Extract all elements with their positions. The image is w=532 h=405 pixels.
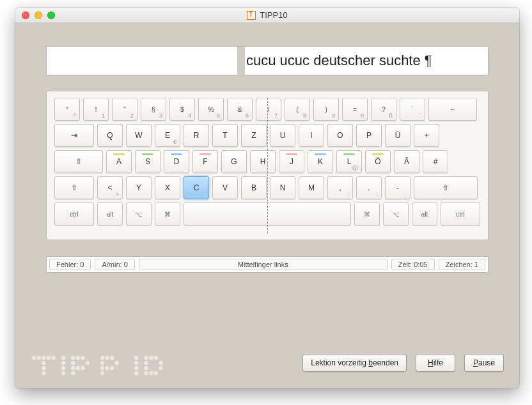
app-logo: ●●●●● ● ●●● ●●● ● ●●● ● ● ● ● ● ● ● ● ● … bbox=[32, 355, 164, 376]
key-←[interactable]: ← bbox=[428, 98, 477, 121]
key-)[interactable]: )9 bbox=[313, 98, 339, 121]
end-lesson-button[interactable]: Lektion vorzeitig beenden bbox=[302, 354, 407, 372]
key-Ü[interactable]: Ü bbox=[385, 124, 411, 147]
window-title: TIPP10 bbox=[260, 10, 287, 20]
key-B[interactable]: B bbox=[241, 176, 267, 199]
key-&[interactable]: &6 bbox=[227, 98, 253, 121]
key-G[interactable]: G bbox=[221, 150, 247, 173]
key-=[interactable]: =0 bbox=[342, 98, 368, 121]
key-P[interactable]: P bbox=[356, 124, 382, 147]
key-C[interactable]: C bbox=[184, 176, 209, 199]
key-⌘[interactable]: ⌘ bbox=[354, 202, 380, 225]
key-ctrl[interactable]: ctrl bbox=[54, 202, 94, 225]
key-Q[interactable]: Q bbox=[97, 124, 123, 147]
key-Y[interactable]: Y bbox=[126, 176, 152, 199]
key-S[interactable]: S bbox=[135, 150, 160, 173]
key-.[interactable]: .: bbox=[356, 176, 382, 199]
status-hint: Mittelfinger links bbox=[139, 259, 387, 270]
key-X[interactable]: X bbox=[155, 176, 180, 199]
close-icon[interactable] bbox=[22, 11, 29, 19]
key-M[interactable]: M bbox=[299, 176, 324, 199]
key-alt[interactable]: alt bbox=[412, 202, 437, 225]
key-<[interactable]: <> bbox=[97, 176, 123, 199]
pause-label: Pause bbox=[473, 358, 495, 367]
key-![interactable]: !1 bbox=[83, 98, 109, 121]
app-window: TIPP10 cucu ucuc deutscher suchte ¶ °^!1… bbox=[15, 8, 519, 388]
key--[interactable]: -_ bbox=[385, 176, 411, 199]
key-$[interactable]: $4 bbox=[169, 98, 195, 121]
key-D[interactable]: D bbox=[164, 150, 189, 173]
key-?[interactable]: ?ß bbox=[371, 98, 396, 121]
key-#[interactable]: # bbox=[423, 150, 448, 173]
key-`[interactable]: `´ bbox=[400, 98, 425, 121]
key-L[interactable]: L@ bbox=[336, 150, 362, 173]
status-bar: Fehler: 0 A/min: 0 Mittelfinger links Ze… bbox=[46, 256, 489, 273]
help-button[interactable]: Hilfe bbox=[416, 354, 455, 372]
key-Ä[interactable]: Ä bbox=[394, 150, 419, 173]
key-V[interactable]: V bbox=[212, 176, 238, 199]
key-/[interactable]: /7 bbox=[256, 98, 281, 121]
key-⇥[interactable]: ⇥ bbox=[54, 124, 94, 147]
status-errors: Fehler: 0 bbox=[49, 259, 91, 270]
keyboard-panel: °^!1"2§3$4%5&6/7(8)9=0?ß`´← ⇥QWE€RTZUIOP… bbox=[46, 91, 489, 240]
key-ctrl[interactable]: ctrl bbox=[441, 202, 480, 225]
key-°[interactable]: °^ bbox=[54, 98, 80, 121]
key-O[interactable]: O bbox=[327, 124, 353, 147]
typing-text-panel: cucu ucuc deutscher suchte ¶ bbox=[46, 46, 489, 75]
typing-text: cucu ucuc deutscher suchte ¶ bbox=[246, 52, 432, 69]
typing-cursor bbox=[237, 47, 245, 75]
key-,[interactable]: ,; bbox=[327, 176, 353, 199]
key-⌥[interactable]: ⌥ bbox=[126, 202, 152, 225]
key-I[interactable]: I bbox=[299, 124, 324, 147]
key-Ö[interactable]: Ö bbox=[365, 150, 391, 173]
pause-button[interactable]: Pause bbox=[464, 354, 504, 372]
key-N[interactable]: N bbox=[270, 176, 295, 199]
titlebar: TIPP10 bbox=[15, 8, 519, 23]
key-+[interactable]: + bbox=[414, 124, 439, 147]
key-alt[interactable]: alt bbox=[97, 202, 123, 225]
key-H[interactable]: H bbox=[250, 150, 276, 173]
key-E[interactable]: E€ bbox=[155, 124, 180, 147]
end-lesson-label: Lektion vorzeitig beenden bbox=[311, 358, 398, 367]
key-R[interactable]: R bbox=[184, 124, 209, 147]
key-⌘[interactable]: ⌘ bbox=[155, 202, 180, 225]
maximize-icon[interactable] bbox=[47, 11, 55, 19]
key-%[interactable]: %5 bbox=[198, 98, 224, 121]
status-chars: Zeichen: 1 bbox=[439, 259, 485, 270]
key-⌥[interactable]: ⌥ bbox=[383, 202, 409, 225]
key-W[interactable]: W bbox=[126, 124, 152, 147]
key-⇧[interactable]: ⇧ bbox=[54, 150, 103, 173]
key-([interactable]: (8 bbox=[285, 98, 310, 121]
key-"[interactable]: "2 bbox=[112, 98, 137, 121]
status-time: Zeit: 0:05 bbox=[391, 259, 435, 270]
status-speed: A/min: 0 bbox=[95, 259, 134, 270]
help-label: Hilfe bbox=[428, 358, 443, 367]
key-F[interactable]: F bbox=[192, 150, 218, 173]
key-A[interactable]: A bbox=[106, 150, 132, 173]
key-J[interactable]: J bbox=[279, 150, 304, 173]
key-U[interactable]: U bbox=[270, 124, 295, 147]
key-blank[interactable] bbox=[184, 202, 351, 225]
minimize-icon[interactable] bbox=[35, 11, 42, 19]
key-K[interactable]: K bbox=[308, 150, 333, 173]
key-⇧[interactable]: ⇧ bbox=[54, 176, 94, 199]
key-⇧[interactable]: ⇧ bbox=[414, 176, 478, 199]
key-T[interactable]: T bbox=[212, 124, 238, 147]
key-§[interactable]: §3 bbox=[141, 98, 166, 121]
app-icon bbox=[247, 11, 256, 20]
key-Z[interactable]: Z bbox=[241, 124, 267, 147]
